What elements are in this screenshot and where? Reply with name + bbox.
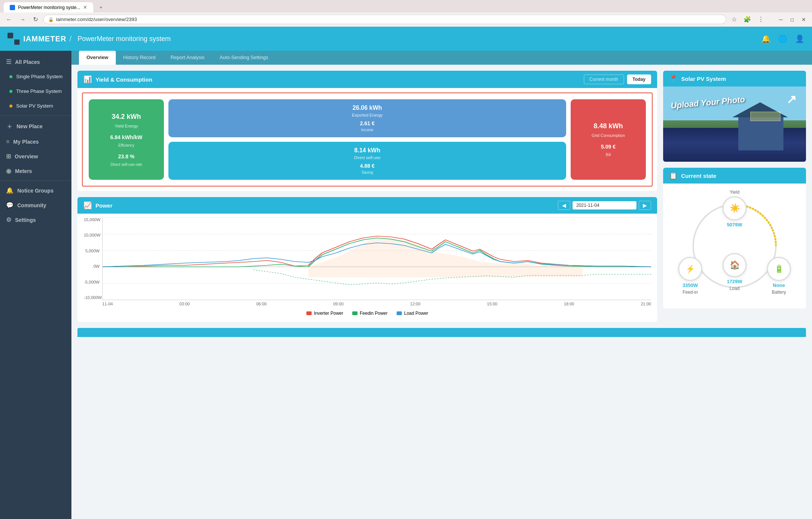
sidebar-divider-1 [0, 115, 71, 116]
legend-inverter: Inverter Power [306, 311, 343, 316]
self-use-rate-label: Direct self-use rate [111, 162, 142, 167]
sidebar-notice-groups[interactable]: 🔔 Notice Groups [0, 183, 71, 198]
battery-node-value: None [773, 282, 785, 288]
tab-auto-sending-settings[interactable]: Auto-Sending Settings [212, 51, 276, 65]
logo-sq-1 [8, 33, 13, 38]
tab-overview[interactable]: Overview [79, 51, 116, 65]
bill-label: Bill [606, 153, 611, 157]
next-date-button[interactable]: ▶ [639, 201, 651, 210]
settings-label: Settings [15, 217, 36, 223]
right-column: 📍 Solar PV System Upload Your Photo ↗ [663, 71, 806, 322]
yield-header: 📊 Yield & Consumption Current month Toda… [77, 71, 657, 88]
battery-icon: 🔋 [774, 264, 784, 273]
yield-right-box: 8.48 kWh Grid Consumption 5.09 € Bill [571, 99, 646, 180]
chart-y-labels: 15,000W 10,000W 5,000W 0W -5,000W -10,00… [84, 217, 101, 300]
load-node-label: Load [730, 286, 740, 291]
refresh-button[interactable]: ↻ [31, 15, 40, 24]
income-label: Income [361, 128, 374, 132]
chart-legend: Inverter Power Feedin Power Load Power [83, 311, 651, 316]
logo-sq-4 [14, 39, 20, 45]
date-input[interactable] [573, 201, 636, 209]
sidebar-my-places[interactable]: ≡ My Places [0, 135, 71, 149]
tab-report-analysis[interactable]: Report Analysis [163, 51, 212, 65]
solar-pv-header: 📍 Solar PV System [663, 71, 806, 86]
back-button[interactable]: ← [4, 15, 14, 24]
saving-value: 4.88 € [360, 163, 375, 169]
menu-button[interactable]: ⋮ [756, 15, 766, 24]
yield-energy-label: Yield Energy [115, 124, 138, 128]
battery-node-label: Battery [772, 290, 786, 295]
legend-load: Load Power [397, 311, 428, 316]
current-state-title: Current state [681, 173, 716, 179]
tower-icon: ⚡ [686, 264, 695, 273]
sidebar-settings[interactable]: ⚙ Settings [0, 212, 71, 227]
sidebar-item-single-phase[interactable]: Single Phase System [0, 69, 71, 84]
bill-value: 5.09 € [601, 144, 616, 150]
address-bar[interactable]: 🔒 iammeter.com/dz/user/overview/2393 [43, 15, 726, 24]
legend-feedin: Feedin Power [352, 311, 388, 316]
power-chart-icon: 📈 [83, 201, 92, 209]
sidebar-community[interactable]: 💬 Community [0, 198, 71, 212]
settings-icon: ⚙ [6, 216, 11, 223]
globe-icon[interactable]: 🌐 [778, 34, 788, 43]
power-chart-card: 📈 Power ◀ ▶ 15,000W [77, 197, 657, 322]
yield-title: Yield & Consumption [95, 76, 152, 83]
hamburger-icon: ☰ [6, 58, 11, 65]
sidebar-all-places[interactable]: ☰ All Places [0, 55, 71, 69]
solar-pv-title: Solar PV System [681, 76, 726, 82]
sidebar-item-three-phase[interactable]: Three Phase System [0, 84, 71, 99]
today-button[interactable]: Today [627, 74, 651, 84]
single-phase-label: Single Phase System [16, 74, 63, 79]
forward-button[interactable]: → [17, 15, 28, 24]
lock-icon: 🔒 [48, 17, 54, 22]
content-area: 📊 Yield & Consumption Current month Toda… [71, 65, 812, 328]
current-month-button[interactable]: Current month [584, 74, 624, 84]
maximize-button[interactable]: ◻ [788, 16, 796, 23]
legend-label-inverter: Inverter Power [314, 311, 343, 316]
prev-date-button[interactable]: ◀ [558, 201, 570, 210]
chart-area: 15,000W 10,000W 5,000W 0W -5,000W -10,00… [102, 217, 651, 300]
overview-label: Overview [15, 153, 38, 159]
sidebar-overview[interactable]: ⊞ Overview [0, 149, 71, 164]
efficiency-value: 6.84 kWh/kW [110, 134, 142, 140]
sidebar-meters[interactable]: ◉ Meters [0, 164, 71, 178]
meter-icon: ◉ [6, 167, 11, 175]
yield-consumption-card: 📊 Yield & Consumption Current month Toda… [77, 71, 657, 191]
title-divider: / [70, 35, 72, 43]
user-icon[interactable]: 👤 [795, 34, 804, 43]
notice-groups-label: Notice Groups [17, 188, 53, 194]
browser-actions: ☆ 🧩 ⋮ [729, 15, 766, 24]
sidebar-new-place[interactable]: ＋ New Place [0, 118, 71, 135]
legend-color-load [397, 311, 402, 315]
left-column: 📊 Yield & Consumption Current month Toda… [77, 71, 657, 322]
window-buttons: ─ ◻ ✕ [777, 16, 808, 23]
sidebar: ☰ All Places Single Phase System Three P… [0, 51, 71, 519]
minimize-button[interactable]: ─ [777, 16, 785, 23]
logo-sq-3 [8, 39, 13, 45]
bell-icon[interactable]: 🔔 [761, 34, 771, 43]
bookmark-button[interactable]: ☆ [729, 15, 739, 24]
yield-middle: 26.06 kWh Exported Energy 2.61 € Income … [168, 99, 566, 180]
close-window-button[interactable]: ✕ [799, 16, 808, 23]
battery-node: 🔋 None Battery [767, 257, 791, 295]
active-tab[interactable]: PowerMeter monitoring syste... ✕ [4, 2, 93, 12]
app-header: IAMMETER / PowerMeter monitoring system … [0, 27, 812, 51]
sidebar-item-solar-pv[interactable]: Solar PV System [0, 99, 71, 113]
exported-value: 26.06 kWh [353, 105, 382, 111]
chart-x-labels: 11-04 03:00 06:00 09:00 12:00 15:00 18:0… [102, 300, 651, 306]
saving-label: Saving [362, 170, 373, 175]
tab-history-record[interactable]: History Record [116, 51, 163, 65]
bottom-bar [77, 328, 806, 337]
clipboard-icon: 📋 [669, 171, 677, 180]
app-title: PowerMeter monitoring system [77, 35, 171, 43]
legend-label-feedin: Feedin Power [360, 311, 388, 316]
extensions-button[interactable]: 🧩 [741, 15, 753, 24]
grid-icon: ⊞ [6, 153, 11, 160]
load-node: 🏠 1729W Load [723, 253, 747, 291]
new-tab-button[interactable]: + [93, 3, 108, 12]
list-icon: ≡ [6, 138, 9, 145]
logo-area: IAMMETER [8, 33, 67, 45]
sidebar-divider-2 [0, 181, 71, 181]
current-state-header: 📋 Current state [663, 168, 806, 184]
close-tab-button[interactable]: ✕ [83, 5, 87, 10]
